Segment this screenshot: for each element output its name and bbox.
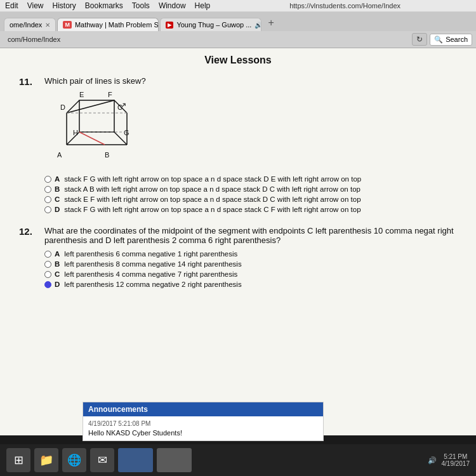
taskbar-right: 🔊 5:21 PM 4/19/2017 <box>428 453 470 467</box>
question-11-options: A stack F G with left right arrow on top… <box>44 175 457 213</box>
reload-button[interactable]: ↻ <box>412 33 427 46</box>
svg-text:B: B <box>105 151 109 159</box>
menu-bookmarks[interactable]: Bookmarks <box>85 1 123 10</box>
taskbar-clock: 5:21 PM 4/19/2017 <box>442 453 470 467</box>
option-12-c-text: left parenthesis 4 comma negative 7 righ… <box>64 270 237 278</box>
svg-text:A: A <box>57 151 62 159</box>
option-12-b[interactable]: B left parenthesis 8 comma negative 14 r… <box>44 260 457 268</box>
option-11-b-text: stack A B with left right arrow on top s… <box>64 185 360 193</box>
new-tab-button[interactable]: + <box>263 15 279 31</box>
taskbar-folder-icon[interactable]: 📁 <box>34 448 58 472</box>
search-box[interactable]: 🔍 Search <box>430 34 472 46</box>
taskbar-browser-icon[interactable]: 🌐 <box>62 448 86 472</box>
option-12-b-text: left parenthesis 8 comma negative 14 rig… <box>64 260 241 268</box>
tab-home-label: ome/Index <box>10 21 42 29</box>
search-label: Search <box>446 36 468 43</box>
option-12-a[interactable]: A left parenthesis 6 comma negative 1 ri… <box>44 250 457 258</box>
taskbar-thumbnail-2[interactable] <box>157 448 192 472</box>
option-11-b[interactable]: B stack A B with left right arrow on top… <box>44 185 457 193</box>
option-11-d-text: stack F G with left right arrow on top s… <box>64 206 360 213</box>
announcements-body: 4/19/2017 5:21:08 PM Hello NKASD Cyber S… <box>83 416 323 440</box>
option-11-a-text: stack F G with left right arrow on top s… <box>64 175 361 183</box>
folder-icon: 📁 <box>39 453 53 467</box>
menu-tools[interactable]: Tools <box>132 1 150 10</box>
page-title: View Lessons <box>19 55 457 66</box>
mathway-icon: M <box>63 21 72 29</box>
url-display-top: https://vlnstudents.com/Home/Index <box>219 2 471 10</box>
taskbar-mail-icon[interactable]: ✉ <box>90 448 114 472</box>
taskbar-thumbnail-1[interactable] <box>118 448 153 472</box>
tab-youtube[interactable]: ▶ Young Thug – Guwop ... 🔊 ✕ <box>160 18 261 31</box>
svg-line-12 <box>67 100 114 113</box>
url-row: com/Home/Index ↻ 🔍 Search <box>0 31 476 48</box>
menu-edit[interactable]: Edit <box>5 1 18 10</box>
menu-bar: Edit View History Bookmarks Tools Window… <box>0 0 476 12</box>
browser-chrome: Edit View History Bookmarks Tools Window… <box>0 0 476 48</box>
announcements-panel: Announcements 4/19/2017 5:21:08 PM Hello… <box>83 402 324 441</box>
menu-window[interactable]: Window <box>159 1 186 10</box>
question-12: 12. What are the coordinates of the midp… <box>19 226 457 291</box>
page-content: View Lessons 11. Which pair of lines is … <box>0 48 476 435</box>
option-11-c[interactable]: C stack E F with left right arrow on top… <box>44 195 457 203</box>
tab-home-close[interactable]: ✕ <box>45 22 50 29</box>
tab-youtube-speaker: 🔊 <box>255 22 261 29</box>
option-12-d-text: left parenthesis 12 comma negative 2 rig… <box>64 281 241 288</box>
taskbar: ⊞ 📁 🌐 ✉ 🔊 5:21 PM 4/19/2017 <box>0 444 476 476</box>
volume-icon[interactable]: 🔊 <box>428 456 437 465</box>
radio-11-d[interactable] <box>44 206 51 213</box>
option-12-c[interactable]: C left parenthesis 4 comma negative 7 ri… <box>44 270 457 278</box>
taskbar-start-icon[interactable]: ⊞ <box>6 448 30 472</box>
search-icon: 🔍 <box>434 36 443 44</box>
radio-11-c[interactable] <box>44 196 51 203</box>
question-12-number: 12. <box>19 226 38 237</box>
option-12-d[interactable]: D left parenthesis 12 comma negative 2 r… <box>44 281 457 288</box>
svg-text:F: F <box>108 91 112 98</box>
browser-icon: 🌐 <box>67 453 81 467</box>
option-11-a[interactable]: A stack F G with left right arrow on top… <box>44 175 457 183</box>
breadcrumb: com/Home/Index <box>4 34 80 44</box>
radio-12-c[interactable] <box>44 271 51 278</box>
announcements-header: Announcements <box>83 402 323 416</box>
mail-icon: ✉ <box>98 453 107 467</box>
question-12-options: A left parenthesis 6 comma negative 1 ri… <box>44 250 457 288</box>
cube-diagram: E F D C H G A B <box>44 91 457 169</box>
menu-view[interactable]: View <box>27 1 44 10</box>
question-12-content: What are the coordinates of the midpoint… <box>44 226 457 288</box>
svg-text:↗: ↗ <box>119 100 127 110</box>
windows-icon: ⊞ <box>14 453 23 467</box>
youtube-icon: ▶ <box>166 22 173 29</box>
svg-line-19 <box>79 132 105 145</box>
option-12-a-text: left parenthesis 6 comma negative 1 righ… <box>64 250 237 258</box>
radio-11-b[interactable] <box>44 186 51 193</box>
tab-youtube-label: Young Thug – Guwop ... <box>176 21 251 29</box>
radio-12-d[interactable] <box>44 281 51 288</box>
question-11: 11. Which pair of lines is skew? E F D C… <box>19 76 457 216</box>
tab-mathway-label: Mathway | Math Problem S... <box>75 21 159 29</box>
option-11-c-text: stack E F with left right arrow on top s… <box>64 195 360 203</box>
radio-11-a[interactable] <box>44 176 51 183</box>
tab-mathway[interactable]: M Mathway | Math Problem S... ✕ <box>57 18 159 31</box>
question-11-number: 11. <box>19 76 38 87</box>
cube-svg: E F D C H G A B <box>44 91 146 167</box>
announcement-text: Hello NKASD Cyber Students! <box>88 429 318 437</box>
tab-bar: ome/Index ✕ M Mathway | Math Problem S..… <box>0 12 476 31</box>
question-11-content: Which pair of lines is skew? E F D C H G… <box>44 76 457 213</box>
radio-12-b[interactable] <box>44 261 51 268</box>
radio-12-a[interactable] <box>44 251 51 258</box>
question-12-text: What are the coordinates of the midpoint… <box>44 226 457 245</box>
announcement-date: 4/19/2017 5:21:08 PM <box>88 420 318 427</box>
svg-text:D: D <box>60 103 65 111</box>
option-11-d[interactable]: D stack F G with left right arrow on top… <box>44 206 457 213</box>
tab-home[interactable]: ome/Index ✕ <box>4 18 56 31</box>
menu-help[interactable]: Help <box>195 1 211 10</box>
svg-text:E: E <box>79 91 84 98</box>
clock-date: 4/19/2017 <box>442 460 470 467</box>
question-11-text: Which pair of lines is skew? <box>44 76 457 86</box>
menu-history[interactable]: History <box>52 1 76 10</box>
clock-time: 5:21 PM <box>442 453 470 460</box>
